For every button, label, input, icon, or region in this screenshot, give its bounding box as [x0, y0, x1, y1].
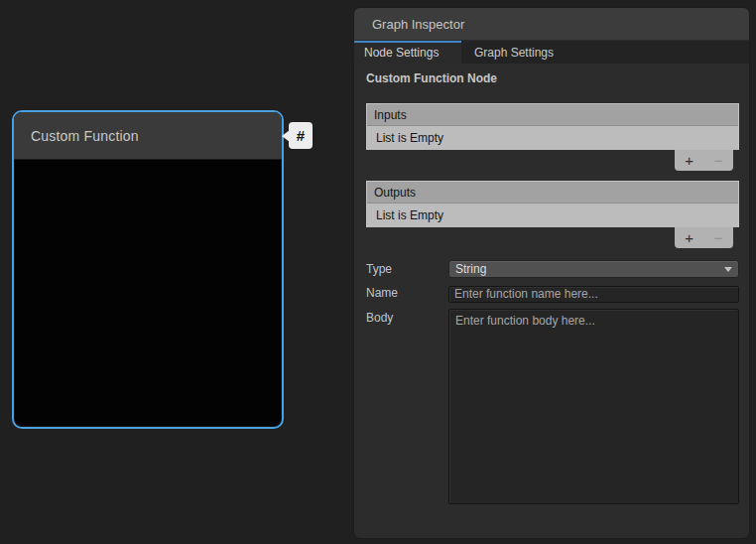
name-row: Name — [366, 284, 739, 303]
outputs-empty-row: List is Empty — [367, 204, 738, 227]
function-fields: Type String Name Body — [366, 260, 739, 508]
inspector-content: Custom Function Node Inputs List is Empt… — [354, 71, 749, 508]
inputs-list: Inputs List is Empty + − — [366, 103, 739, 171]
body-label: Body — [366, 309, 448, 508]
tab-node-settings[interactable]: Node Settings — [354, 41, 461, 64]
panel-title: Graph Inspector — [372, 17, 464, 32]
panel-title-bar[interactable]: Graph Inspector — [354, 8, 749, 41]
hash-icon: # — [297, 127, 305, 144]
outputs-add-button[interactable]: + — [679, 229, 700, 247]
inputs-add-button[interactable]: + — [679, 152, 700, 170]
inputs-empty-row: List is Empty — [367, 126, 738, 150]
node-title: Custom Function — [31, 128, 139, 144]
function-name-input[interactable] — [448, 286, 739, 303]
outputs-header-label: Outputs — [374, 186, 416, 200]
inputs-list-header: Inputs — [367, 104, 738, 126]
outputs-remove-button[interactable]: − — [707, 229, 729, 247]
graph-inspector-panel: Graph Inspector Node Settings Graph Sett… — [354, 8, 749, 538]
tab-graph-settings[interactable]: Graph Settings — [461, 41, 583, 64]
inputs-list-footer: + − — [366, 150, 739, 171]
custom-function-node[interactable]: Custom Function — [12, 110, 284, 429]
type-dropdown-value: String — [455, 262, 486, 276]
function-body-textarea[interactable] — [448, 309, 739, 504]
inspector-tabbar: Node Settings Graph Settings — [354, 41, 749, 64]
outputs-list-header: Outputs — [367, 182, 738, 204]
outputs-list-box: Outputs List is Empty — [366, 181, 739, 227]
node-title-bar[interactable]: Custom Function — [14, 112, 282, 160]
inputs-header-label: Inputs — [374, 108, 407, 122]
type-row: Type String — [366, 260, 739, 278]
outputs-footer-buttons: + − — [675, 227, 733, 248]
tab-node-settings-label: Node Settings — [364, 46, 439, 60]
inputs-empty-label: List is Empty — [376, 131, 443, 145]
bubble-tail-icon — [282, 130, 290, 142]
name-label: Name — [366, 284, 448, 303]
inputs-footer-buttons: + − — [675, 150, 733, 171]
type-label: Type — [366, 260, 448, 278]
inputs-remove-button[interactable]: − — [707, 152, 729, 170]
outputs-list-footer: + − — [366, 227, 739, 248]
outputs-list: Outputs List is Empty + − — [366, 181, 739, 248]
tab-graph-settings-label: Graph Settings — [474, 46, 554, 60]
inputs-list-box: Inputs List is Empty — [366, 103, 739, 150]
section-title: Custom Function Node — [366, 71, 739, 85]
node-body — [14, 160, 282, 475]
outputs-empty-label: List is Empty — [376, 208, 443, 222]
type-dropdown[interactable]: String — [448, 260, 739, 278]
body-row: Body — [366, 309, 739, 508]
node-code-badge[interactable]: # — [289, 122, 313, 149]
chevron-down-icon — [724, 267, 732, 272]
